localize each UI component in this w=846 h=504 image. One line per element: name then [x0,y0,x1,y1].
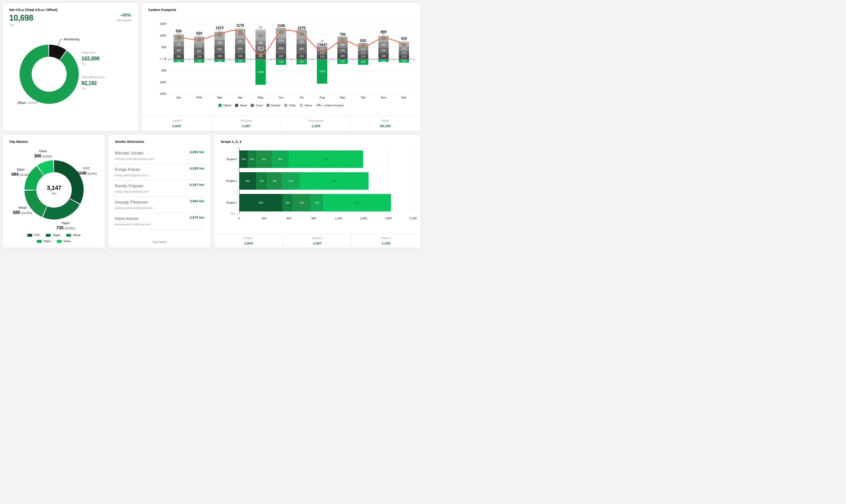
net-total-value: 102,890 [82,56,100,62]
wastes-center-value: 3,147 [36,184,72,192]
scope-bar-segment[interactable]: 520 [239,194,282,212]
scope-segment-value: 182 [267,172,282,190]
bar-segment-value: 220 [276,54,286,59]
legend-item-traffic[interactable]: Traffic [284,104,296,107]
vendor-row[interactable]: Kiara Advainkiaraadvain214@gmail.com2,67… [115,213,205,230]
legend-item-glass[interactable]: Glass [57,240,71,243]
legend-item-waste[interactable]: Waste [235,104,247,107]
bar-segment-value: 170 [194,55,204,59]
scope-bar-segment[interactable]: 120 [282,194,292,212]
legend-item-electrity[interactable]: Electrity [266,104,280,107]
legend-swatch-icon [251,104,254,107]
bar-segment-value: 244 [235,53,245,59]
line-marker[interactable] [402,43,406,46]
bar-segment-value: 134 [235,59,245,62]
legend-item-nylon[interactable]: Nylon [37,240,51,243]
legend-swatch-icon [66,234,71,237]
scope-stats-footer: Scope 11,624Scope 21,267Scope 31,153 [214,234,420,248]
carbon-footprint-card: Carbon Footprint 1500100050050010001500T… [142,3,420,131]
y-axis-tick [237,192,239,192]
legend-label: Offsets [223,104,231,107]
legend-item-pvc[interactable]: PVC [28,234,40,237]
vendor-row[interactable]: Randy Origoanrandy.origoan@gmail.com6,34… [115,180,205,197]
line-marker[interactable] [218,33,221,36]
line-marker[interactable] [280,30,283,33]
x-axis-tick-label: 1,800 [382,217,395,220]
bar-segment-value: 170 [399,55,409,59]
x-axis-tick [250,59,251,61]
footer-stat-value: 1,267 [313,241,322,245]
bar-segment-value: 450 [276,43,286,54]
line-marker[interactable] [300,33,303,36]
scope-bar-segment[interactable]: 212 [282,172,300,190]
x-axis-tick [394,59,394,61]
line-marker[interactable] [382,37,385,40]
x-axis-tick [353,59,353,61]
bar-segment-value: 132 [194,59,204,62]
bar-segment-others[interactable] [214,32,225,32]
scope-bar-segment[interactable]: 101 [248,150,256,168]
line-marker[interactable] [362,45,365,49]
line-marker[interactable] [239,30,242,33]
x-axis-tick [292,59,292,61]
bar-segment-others[interactable] [194,37,204,37]
scope-segment-value: 832 [300,172,369,190]
legend-item-others[interactable]: Others [300,104,312,107]
scope-bar-segment[interactable]: 201 [272,150,288,168]
bar-segment-value: 170 [317,55,327,59]
line-marker[interactable] [320,49,324,52]
legend-item-paper[interactable]: Paper [46,234,60,237]
vendor-email: george.pieterson@gmail.com [115,206,205,210]
gridline [169,47,414,48]
line-marker[interactable] [341,39,344,42]
legend-item-offsets[interactable]: Offsets [218,104,231,107]
line-marker[interactable] [198,38,201,41]
vendor-email: randy.origoan@gmail.com [115,190,205,193]
legend-item-carbon-footprint[interactable]: Carbon Footprint [316,104,343,107]
y-axis-tick-label: 1000 [150,80,166,84]
legend-swatch-icon [57,240,62,243]
line-marker[interactable] [259,53,262,56]
footer-stat-label: Scope 2 [312,236,322,240]
slice-label-wood: Wood580 (18.43%) [13,206,32,215]
gridline [413,148,413,213]
scope-bar-segment[interactable]: 901 [288,150,363,168]
net-donut[interactable] [19,44,79,104]
bar-segment-value: 240 [337,53,348,59]
footer-stat-label: Scope 3 [381,236,391,240]
scope-bar-segment[interactable]: 182 [267,172,282,190]
legend-item-wood[interactable]: Wood [66,234,80,237]
see-more-button[interactable]: See More [109,240,211,244]
scope-bar-segment[interactable]: 191 [256,150,272,168]
net-total-unit: Ton [82,87,105,90]
legend-swatch-icon [284,104,287,107]
y-axis-tick [237,213,239,214]
scope-bar-segment[interactable]: 202 [239,172,256,190]
gridline [169,71,414,71]
month-label: Jul [294,96,310,99]
scope-bar-segment[interactable]: 220 [292,194,311,212]
net-total-label: Total Offset CO₂e [82,75,105,79]
footer-stat-value: 92,192 [380,124,391,128]
line-marker[interactable] [177,36,180,39]
delta-caption: this month [117,19,131,22]
vendor-row[interactable]: Emigo Kiarenemigo.kiaren@gmail.com4,289 … [115,164,205,180]
scope-bar-segment[interactable]: 150 [311,194,323,212]
legend-label: Others [304,104,312,107]
bar-segment-others[interactable] [255,29,266,31]
vendor-emissions-card: Vendor Emissions Michael Jordanmichael.j… [108,134,211,248]
bar-segment-others[interactable] [174,34,184,35]
slice-label-pvc: PVC1048 (33.3%) [77,166,97,176]
vendor-row[interactable]: George Pietersongeorge.pieterson@gmail.c… [115,197,205,213]
bar-segment-value: 302 [194,48,204,55]
scope-bar-segment[interactable]: 820 [323,194,391,212]
legend-label: Traffic [289,104,296,107]
scope-bar-segment[interactable]: 832 [300,172,369,190]
vendor-row[interactable]: Michael Jordanmichael.jordan@example.com… [115,148,205,164]
scope-chart: 03006009001,2001,5001,8002,100TonScope 3… [214,135,420,248]
legend-item-travel[interactable]: Travel [251,104,263,107]
scope-bar-segment[interactable]: 100 [239,150,248,168]
footer-stat-value: 1,624 [172,124,181,128]
scope-bar-segment[interactable]: 132 [256,172,267,190]
bar-segment-value: 240 [214,40,225,46]
